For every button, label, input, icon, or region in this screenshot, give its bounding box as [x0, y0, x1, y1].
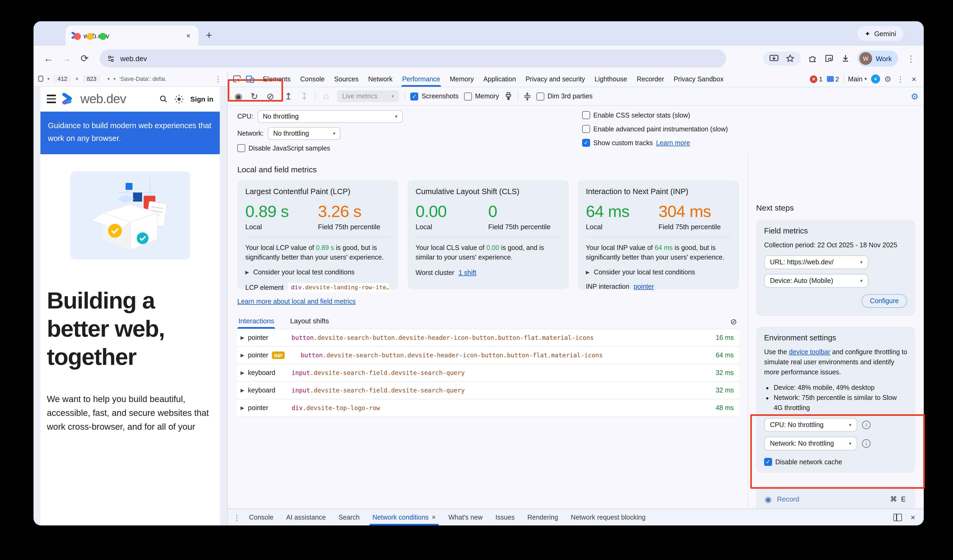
field-device-select[interactable]: Device: Auto (Mobile)▾ [764, 274, 868, 288]
ai-assistance-icon[interactable]: ✦ [871, 74, 880, 84]
row-expander-icon[interactable]: ▶ [241, 335, 244, 340]
interaction-row[interactable]: ▶pointerINP button.devsite-search-button… [237, 347, 739, 364]
interaction-row[interactable]: ▶pointer button.devsite-search-button.de… [237, 329, 739, 347]
device-select-icon[interactable] [38, 76, 43, 82]
devtools-close-icon[interactable]: × [910, 74, 919, 84]
throttle-select-caret[interactable]: ▾ [113, 76, 115, 81]
screenshots-option[interactable]: ✓ Screenshots [410, 92, 458, 100]
inp-test-conditions-expander[interactable]: ▶ Consider your local test conditions [586, 269, 731, 276]
issues-badge[interactable]: 2 [827, 75, 839, 83]
install-icon[interactable] [770, 54, 778, 63]
drawer-tab-close-icon[interactable]: × [432, 514, 436, 521]
row-expander-icon[interactable]: ▶ [241, 405, 244, 411]
row-expander-icon[interactable]: ▶ [241, 388, 244, 393]
device-select-caret[interactable]: ▾ [47, 76, 50, 81]
row-expander-icon[interactable]: ▶ [241, 353, 244, 358]
screenshots-checkbox[interactable]: ✓ [410, 92, 418, 100]
forward-button[interactable]: → [59, 53, 74, 64]
device-toolbar-kebab-icon[interactable]: ⋮ [213, 74, 223, 83]
drawer-tab-search[interactable]: Search [333, 509, 365, 526]
dim-3rd-parties-option[interactable]: Dim 3rd parties [536, 92, 593, 100]
drawer-tab-console[interactable]: Console [244, 509, 279, 526]
device-width-input[interactable]: 412 [53, 75, 71, 82]
new-tab-button[interactable]: + [206, 29, 212, 42]
tab-lighthouse[interactable]: Lighthouse [590, 71, 631, 87]
interaction-row[interactable]: ▶pointer div.devsite-top-logo-row 48 ms [237, 399, 739, 417]
tab-sources[interactable]: Sources [330, 71, 363, 87]
memory-checkbox[interactable] [464, 92, 472, 100]
profile-button[interactable]: W Work [857, 51, 898, 67]
cls-worst-cluster-link[interactable]: 1 shift [458, 269, 476, 277]
drawer-tab-ai-assistance[interactable]: AI assistance [281, 509, 331, 526]
lcp-test-conditions-expander[interactable]: ▶ Consider your local test conditions [245, 269, 391, 276]
search-tabs-icon[interactable] [824, 54, 834, 63]
load-profile-icon[interactable]: ↥ [283, 91, 294, 102]
browser-menu-kebab-icon[interactable]: ⋮ [906, 53, 916, 63]
extensions-icon[interactable] [808, 54, 817, 63]
device-height-input[interactable]: 823 [82, 75, 101, 82]
paint-instrumentation-checkbox[interactable] [582, 125, 590, 133]
dim-3rd-parties-checkbox[interactable] [536, 92, 544, 100]
drawer-tab-rendering[interactable]: Rendering [522, 509, 563, 526]
error-badge[interactable]: ✕ 1 [810, 75, 823, 83]
custom-tracks-option[interactable]: ✓ Show custom tracks Learn more [582, 139, 728, 147]
drawer-close-icon[interactable]: × [908, 513, 917, 522]
paint-instrumentation-option[interactable]: Enable advanced paint instrumentation (s… [582, 125, 728, 133]
devtools-settings-gear-icon[interactable]: ⚙ [884, 74, 891, 84]
close-window-button[interactable] [74, 33, 81, 40]
tab-privacy-sandbox[interactable]: Privacy Sandbox [669, 71, 728, 87]
inp-interaction-link[interactable]: pointer [634, 283, 654, 290]
css-selector-stats-option[interactable]: Enable CSS selector stats (slow) [582, 111, 728, 119]
drawer-tab-network-conditions[interactable]: Network conditions × [367, 509, 441, 526]
site-settings-icon[interactable] [107, 54, 115, 62]
tab-console[interactable]: Console [296, 71, 329, 87]
capture-settings-gear-icon[interactable]: ⚙ [911, 91, 919, 101]
tab-interactions[interactable]: Interactions [237, 315, 275, 329]
disable-js-samples-option[interactable]: Disable JavaScript samples [237, 144, 582, 152]
target-selector[interactable]: Main ▾ [848, 75, 866, 83]
devtools-menu-kebab-icon[interactable]: ⋮ [896, 75, 905, 83]
tab-network[interactable]: Network [364, 71, 397, 87]
tab-privacy-security[interactable]: Privacy and security [521, 71, 589, 87]
metrics-learn-more-link[interactable]: Learn more about local and field metrics [237, 298, 356, 305]
tab-layout-shifts[interactable]: Layout shifts [289, 315, 330, 329]
theme-toggle-sun-icon[interactable] [174, 94, 183, 104]
search-icon[interactable] [159, 95, 168, 103]
history-select[interactable]: Live metrics ▾ [337, 90, 399, 102]
row-expander-icon[interactable]: ▶ [241, 370, 244, 376]
minimize-window-button[interactable] [87, 33, 94, 40]
tab-recorder[interactable]: Recorder [632, 71, 668, 87]
address-bar[interactable]: web.dev [99, 50, 726, 68]
disable-js-samples-checkbox[interactable] [237, 144, 245, 152]
field-url-select[interactable]: URL: https://web.dev/▾ [764, 255, 868, 269]
drawer-tab-network-request-blocking[interactable]: Network request blocking [566, 509, 651, 526]
custom-tracks-checkbox[interactable]: ✓ [582, 139, 590, 147]
home-icon[interactable]: ⌂ [321, 91, 332, 102]
tab-application[interactable]: Application [479, 71, 520, 87]
cpu-throttling-select[interactable]: No throttling▾ [258, 110, 403, 123]
downloads-icon[interactable] [841, 54, 850, 63]
interaction-row[interactable]: ▶keyboard input.devsite-search-field.dev… [237, 364, 739, 382]
configure-button[interactable]: Configure [861, 294, 907, 308]
zoom-select-caret[interactable]: ▾ [107, 76, 110, 81]
interaction-row[interactable]: ▶keyboard input.devsite-search-field.dev… [237, 382, 739, 399]
close-tab-icon[interactable]: × [183, 31, 193, 40]
gemini-button[interactable]: ✦ Gemini [857, 26, 903, 41]
memory-option[interactable]: Memory [464, 92, 499, 100]
sign-in-link[interactable]: Sign in [190, 95, 213, 103]
fit-window-icon[interactable] [524, 92, 531, 101]
back-button[interactable]: ← [41, 53, 56, 64]
device-toolbar-link[interactable]: device toolbar [789, 348, 830, 356]
drawer-tab-issues[interactable]: Issues [490, 509, 520, 526]
reload-button[interactable]: ⟳ [77, 53, 92, 64]
maximize-window-button[interactable] [99, 33, 106, 40]
site-brand[interactable]: web.dev [80, 91, 126, 106]
css-selector-stats-checkbox[interactable] [582, 111, 590, 119]
tab-memory[interactable]: Memory [445, 71, 478, 87]
tab-performance[interactable]: Performance [398, 71, 444, 87]
clear-log-icon[interactable]: ⊘ [730, 317, 739, 326]
toggle-drawer-layout-icon[interactable] [893, 514, 902, 521]
garbage-collect-icon[interactable] [504, 92, 512, 101]
bookmark-star-icon[interactable] [786, 54, 795, 63]
custom-tracks-learn-more-link[interactable]: Learn more [656, 139, 690, 147]
